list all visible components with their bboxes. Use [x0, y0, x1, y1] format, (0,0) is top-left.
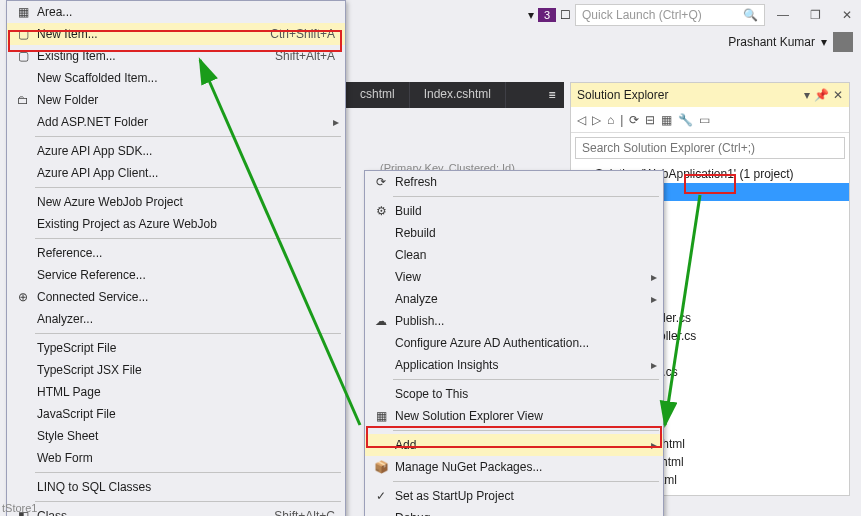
- avatar[interactable]: [833, 32, 853, 52]
- preview-icon[interactable]: ▭: [699, 113, 710, 127]
- back-icon[interactable]: ◁: [577, 113, 586, 127]
- ctx-new-sol-view[interactable]: ▦New Solution Explorer View: [365, 405, 663, 427]
- build-icon: ⚙: [369, 204, 393, 218]
- solution-explorer-title: Solution Explorer: [577, 88, 668, 102]
- collapse-icon[interactable]: ⊟: [645, 113, 655, 127]
- existing-item-icon: ▢: [11, 49, 35, 63]
- ctx-add[interactable]: Add▸: [365, 434, 663, 456]
- menu-aspnet-folder[interactable]: Add ASP.NET Folder▸: [7, 111, 345, 133]
- menu-azure-client[interactable]: Azure API App Client...: [7, 162, 345, 184]
- feedback-icon[interactable]: ☐: [560, 8, 571, 22]
- sol-view-icon: ▦: [369, 409, 393, 423]
- publish-icon: ☁: [369, 314, 393, 328]
- ctx-clean[interactable]: Clean: [365, 244, 663, 266]
- editor-tabs: cshtml Index.cshtml: [346, 82, 562, 108]
- menu-style-sheet[interactable]: Style Sheet: [7, 425, 345, 447]
- statusbar-text: tStore1: [2, 502, 37, 514]
- ctx-publish[interactable]: ☁Publish...: [365, 310, 663, 332]
- tab-index-cshtml[interactable]: Index.cshtml: [410, 82, 506, 108]
- menu-analyzer[interactable]: Analyzer...: [7, 308, 345, 330]
- quick-launch-placeholder: Quick Launch (Ctrl+Q): [582, 8, 702, 22]
- menu-existing-webjob[interactable]: Existing Project as Azure WebJob: [7, 213, 345, 235]
- add-submenu: ▦Area... ▢New Item...Ctrl+Shift+A ▢Exist…: [6, 0, 346, 516]
- solution-search-input[interactable]: [575, 137, 845, 159]
- menu-new-scaffolded[interactable]: New Scaffolded Item...: [7, 67, 345, 89]
- properties-icon[interactable]: 🔧: [678, 113, 693, 127]
- forward-icon[interactable]: ▷: [592, 113, 601, 127]
- show-all-icon[interactable]: ▦: [661, 113, 672, 127]
- area-icon: ▦: [11, 5, 35, 19]
- ctx-nuget[interactable]: 📦Manage NuGet Packages...: [365, 456, 663, 478]
- ctx-build[interactable]: ⚙Build: [365, 200, 663, 222]
- refresh-icon: ⟳: [369, 175, 393, 189]
- ctx-refresh[interactable]: ⟳Refresh: [365, 171, 663, 193]
- ctx-view[interactable]: View▸: [365, 266, 663, 288]
- ctx-analyze[interactable]: Analyze▸: [365, 288, 663, 310]
- refresh-icon[interactable]: ⟳: [629, 113, 639, 127]
- menu-service-reference[interactable]: Service Reference...: [7, 264, 345, 286]
- tab-overflow[interactable]: ≡: [540, 82, 564, 108]
- notification-badge[interactable]: 3: [538, 8, 556, 22]
- menu-connected-service[interactable]: ⊕Connected Service...: [7, 286, 345, 308]
- close-button[interactable]: ✕: [833, 4, 861, 26]
- new-item-icon: ▢: [11, 27, 35, 41]
- folder-icon: 🗀: [11, 93, 35, 107]
- menu-existing-item[interactable]: ▢Existing Item...Shift+Alt+A: [7, 45, 345, 67]
- ctx-app-insights[interactable]: Application Insights▸: [365, 354, 663, 376]
- ctx-startup[interactable]: ✓Set as StartUp Project: [365, 485, 663, 507]
- connected-service-icon: ⊕: [11, 290, 35, 304]
- ctx-scope[interactable]: Scope to This: [365, 383, 663, 405]
- menu-reference[interactable]: Reference...: [7, 242, 345, 264]
- menu-azure-sdk[interactable]: Azure API App SDK...: [7, 140, 345, 162]
- flag-icon: ▾: [528, 8, 534, 22]
- ctx-debug[interactable]: Debug▸: [365, 507, 663, 516]
- menu-linq[interactable]: LINQ to SQL Classes: [7, 476, 345, 498]
- menu-web-form[interactable]: Web Form: [7, 447, 345, 469]
- menu-ts-file[interactable]: TypeScript File: [7, 337, 345, 359]
- minimize-button[interactable]: —: [769, 4, 797, 26]
- menu-class[interactable]: ◧Class...Shift+Alt+C: [7, 505, 345, 516]
- solution-toolbar: ◁ ▷ ⌂ | ⟳ ⊟ ▦ 🔧 ▭: [571, 107, 849, 133]
- pin-icon[interactable]: 📌: [814, 88, 829, 102]
- home-icon[interactable]: ⌂: [607, 113, 614, 127]
- ctx-rebuild[interactable]: Rebuild: [365, 222, 663, 244]
- chevron-down-icon[interactable]: ▾: [821, 35, 827, 49]
- quick-launch-input[interactable]: Quick Launch (Ctrl+Q) 🔍: [575, 4, 765, 26]
- ctx-azure-ad[interactable]: Configure Azure AD Authentication...: [365, 332, 663, 354]
- nuget-icon: 📦: [369, 460, 393, 474]
- tab-cshtml[interactable]: cshtml: [346, 82, 410, 108]
- user-name[interactable]: Prashant Kumar: [728, 35, 815, 49]
- menu-ts-jsx[interactable]: TypeScript JSX File: [7, 359, 345, 381]
- menu-new-webjob[interactable]: New Azure WebJob Project: [7, 191, 345, 213]
- startup-icon: ✓: [369, 489, 393, 503]
- search-icon: 🔍: [743, 8, 758, 22]
- close-panel-icon[interactable]: ✕: [833, 88, 843, 102]
- menu-area[interactable]: ▦Area...: [7, 1, 345, 23]
- menu-new-item[interactable]: ▢New Item...Ctrl+Shift+A: [7, 23, 345, 45]
- project-context-menu: ⟳Refresh ⚙Build Rebuild Clean View▸ Anal…: [364, 170, 664, 516]
- dropdown-icon[interactable]: ▾: [804, 88, 810, 102]
- restore-button[interactable]: ❐: [801, 4, 829, 26]
- menu-js-file[interactable]: JavaScript File: [7, 403, 345, 425]
- menu-html-page[interactable]: HTML Page: [7, 381, 345, 403]
- menu-new-folder[interactable]: 🗀New Folder: [7, 89, 345, 111]
